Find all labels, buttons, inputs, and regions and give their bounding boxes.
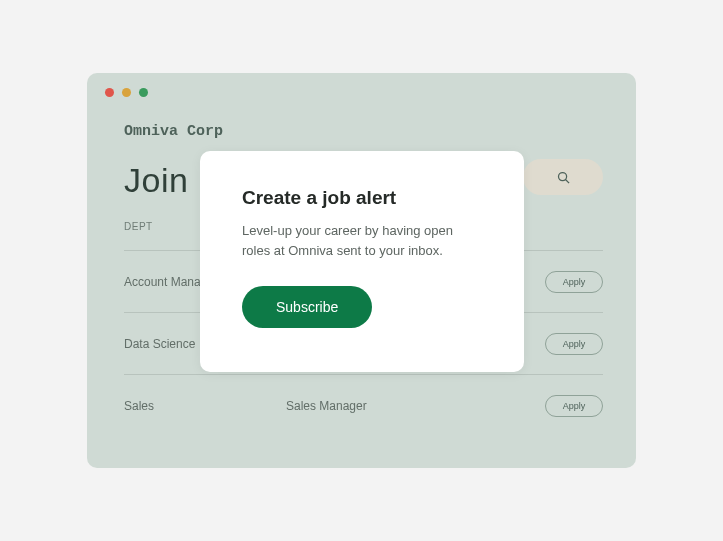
app-window: Omniva Corp Join u DEPT Account Manag Ap… [87, 73, 636, 468]
svg-point-0 [558, 172, 566, 180]
job-alert-modal: Create a job alert Level-up your career … [200, 151, 524, 372]
role-cell: Sales Manager [286, 399, 545, 413]
dept-cell: Sales [124, 399, 286, 413]
company-name: Omniva Corp [124, 123, 223, 140]
window-minimize-icon[interactable] [122, 88, 131, 97]
subscribe-button[interactable]: Subscribe [242, 286, 372, 328]
table-row: Sales Sales Manager Apply [124, 374, 603, 436]
window-close-icon[interactable] [105, 88, 114, 97]
svg-line-1 [565, 179, 568, 182]
window-expand-icon[interactable] [139, 88, 148, 97]
window-controls [105, 88, 148, 97]
apply-button[interactable]: Apply [545, 271, 603, 293]
search-icon [556, 170, 571, 185]
modal-title: Create a job alert [242, 187, 482, 209]
search-button[interactable] [523, 159, 603, 195]
apply-button[interactable]: Apply [545, 333, 603, 355]
apply-button[interactable]: Apply [545, 395, 603, 417]
modal-body: Level-up your career by having open role… [242, 221, 482, 260]
